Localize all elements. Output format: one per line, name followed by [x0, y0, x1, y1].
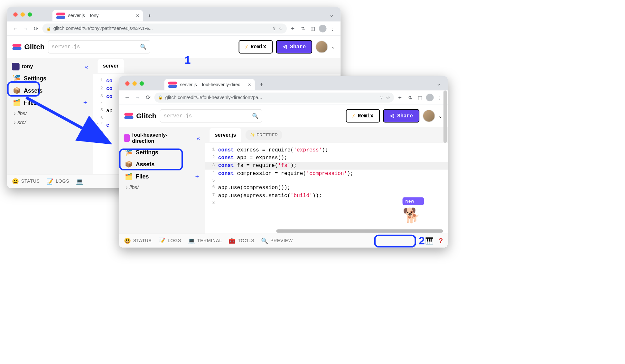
- address-bar[interactable]: 🔒 glitch.com/edit/#!/tony?path=server.js…: [42, 23, 287, 33]
- browser-tab[interactable]: server.js – tony ×: [52, 10, 143, 22]
- folder-item[interactable]: › src/: [7, 118, 93, 127]
- assets-icon: 📦: [125, 161, 133, 168]
- bookmark-icon[interactable]: ☆: [386, 95, 390, 100]
- bookmark-icon[interactable]: ☆: [279, 26, 283, 32]
- bottom-label: PREVIEW: [270, 238, 293, 243]
- share-url-icon[interactable]: ⇪: [272, 26, 276, 32]
- folder-item[interactable]: › libs/: [7, 109, 93, 118]
- sidepanel-icon[interactable]: ◫: [309, 24, 317, 32]
- extensions-icon[interactable]: ✦: [289, 24, 297, 32]
- glitch-brand-text: Glitch: [24, 43, 44, 51]
- user-menu-icon[interactable]: ⌄: [438, 113, 443, 119]
- close-window-icon[interactable]: [125, 81, 129, 86]
- share-button[interactable]: ⩤ Share: [276, 40, 312, 53]
- editor-tab[interactable]: server: [98, 59, 124, 73]
- vertical-scrollbar[interactable]: [443, 90, 447, 143]
- user-avatar[interactable]: [423, 110, 435, 122]
- sidebar-item-assets[interactable]: 📦 Assets: [7, 85, 93, 97]
- browser-menu-icon[interactable]: ⋮: [329, 24, 337, 32]
- minimize-window-icon[interactable]: [132, 81, 136, 86]
- share-url-icon[interactable]: ⇪: [379, 95, 384, 100]
- piano-icon[interactable]: 🎹: [425, 237, 434, 244]
- project-icon: [124, 134, 130, 142]
- search-icon: 🔍: [252, 113, 258, 119]
- project-icon: [12, 63, 20, 70]
- prettier-label: PRETTIER: [257, 132, 278, 138]
- new-badge[interactable]: New: [403, 197, 424, 226]
- preview-button[interactable]: 🔍 PREVIEW: [261, 237, 293, 244]
- sidebar-item-settings[interactable]: 🎏 Settings: [119, 146, 205, 158]
- remix-label: Remix: [358, 113, 373, 119]
- profile-icon[interactable]: [426, 93, 434, 101]
- help-icon[interactable]: ?: [439, 237, 443, 245]
- new-tab-button[interactable]: +: [257, 80, 266, 90]
- browser-window-2: server.js – foul-heavenly-direc × + ⌄ ← …: [119, 76, 448, 248]
- labs-icon[interactable]: ⚗: [299, 24, 307, 32]
- url-bar: ← → ⟳ 🔒 glitch.com/edit/#!/tony?path=ser…: [7, 22, 340, 36]
- folder-name: libs/: [129, 184, 139, 190]
- editor-tab-label: server.js: [215, 132, 236, 138]
- profile-icon[interactable]: [319, 24, 327, 32]
- minimize-window-icon[interactable]: [21, 12, 25, 16]
- glitch-logo[interactable]: Glitch: [12, 43, 44, 51]
- share-button[interactable]: ⩤ Share: [383, 109, 419, 123]
- close-tab-icon[interactable]: ×: [136, 13, 139, 19]
- sidebar-label: Settings: [136, 149, 158, 156]
- forward-button[interactable]: →: [133, 93, 142, 102]
- terminal-button[interactable]: 💻 TERMINAL: [188, 237, 222, 244]
- glitch-fish-icon: [12, 43, 22, 50]
- share-label: Share: [290, 44, 306, 50]
- back-button[interactable]: ←: [11, 24, 20, 33]
- share-label: Share: [397, 113, 413, 119]
- forward-button[interactable]: →: [22, 24, 30, 33]
- address-bar[interactable]: 🔒 glitch.com/edit/#!/foul-heavenly-direc…: [154, 92, 394, 102]
- user-avatar[interactable]: [316, 41, 328, 53]
- collapse-sidebar-icon[interactable]: «: [85, 63, 88, 70]
- browser-menu-icon[interactable]: ⋮: [436, 93, 444, 101]
- reload-button[interactable]: ⟳: [32, 24, 41, 33]
- chevron-right-icon: ›: [14, 110, 15, 116]
- sidebar-item-files[interactable]: 🗂️ Files +: [7, 96, 93, 109]
- collapse-sidebar-icon[interactable]: «: [197, 134, 200, 142]
- sidebar-item-settings[interactable]: 🎏 Settings: [7, 72, 93, 85]
- maximize-window-icon[interactable]: [28, 12, 32, 16]
- maximize-window-icon[interactable]: [140, 81, 144, 86]
- glitch-logo[interactable]: Glitch: [124, 112, 156, 120]
- status-button[interactable]: 😃 STATUS: [12, 178, 40, 185]
- annotation-number-1: 1: [185, 53, 191, 66]
- folder-item[interactable]: › libs/: [119, 183, 205, 192]
- project-badge[interactable]: foul-heavenly-direction: [124, 132, 176, 144]
- close-tab-icon[interactable]: ×: [248, 82, 251, 88]
- editor-tab[interactable]: server.js: [210, 128, 241, 142]
- sidebar-item-files[interactable]: 🗂️ Files +: [119, 170, 205, 183]
- sidebar-item-assets[interactable]: 📦 Assets: [119, 158, 205, 170]
- sidebar-label: Files: [24, 99, 37, 106]
- horizontal-scrollbar[interactable]: [276, 229, 443, 232]
- tools-button[interactable]: 🧰 TOOLS: [229, 237, 254, 244]
- prettier-button[interactable]: ✨ PRETTIER: [246, 130, 282, 140]
- remix-button[interactable]: ⚡ Remix: [346, 109, 380, 123]
- status-button[interactable]: 😃 STATUS: [124, 237, 152, 244]
- search-input[interactable]: server.js 🔍: [48, 40, 150, 53]
- chevron-right-icon: ›: [14, 119, 15, 125]
- browser-tab[interactable]: server.js – foul-heavenly-direc ×: [164, 79, 255, 91]
- tabs-dropdown-icon[interactable]: ⌄: [436, 80, 441, 87]
- project-badge[interactable]: tony: [12, 63, 33, 70]
- logs-button[interactable]: 📝 LOGS: [158, 237, 181, 244]
- add-file-icon[interactable]: +: [83, 99, 87, 107]
- tabs-dropdown-icon[interactable]: ⌄: [329, 12, 334, 18]
- back-button[interactable]: ←: [123, 93, 132, 102]
- close-window-icon[interactable]: [13, 12, 17, 16]
- remix-button[interactable]: ⚡ Remix: [238, 40, 273, 53]
- user-menu-icon[interactable]: ⌄: [331, 44, 335, 50]
- search-input[interactable]: server.js 🔍: [160, 109, 262, 123]
- sidepanel-icon[interactable]: ◫: [416, 93, 424, 101]
- labs-icon[interactable]: ⚗: [406, 93, 414, 101]
- add-file-icon[interactable]: +: [195, 173, 199, 180]
- new-tab-button[interactable]: +: [145, 11, 154, 21]
- extensions-icon[interactable]: ✦: [396, 93, 404, 101]
- logs-button[interactable]: 📝 LOGS: [46, 178, 69, 185]
- editor-tabs: server.js ✨ PRETTIER: [205, 127, 448, 143]
- reload-button[interactable]: ⟳: [144, 93, 153, 102]
- terminal-button[interactable]: 💻: [76, 178, 83, 185]
